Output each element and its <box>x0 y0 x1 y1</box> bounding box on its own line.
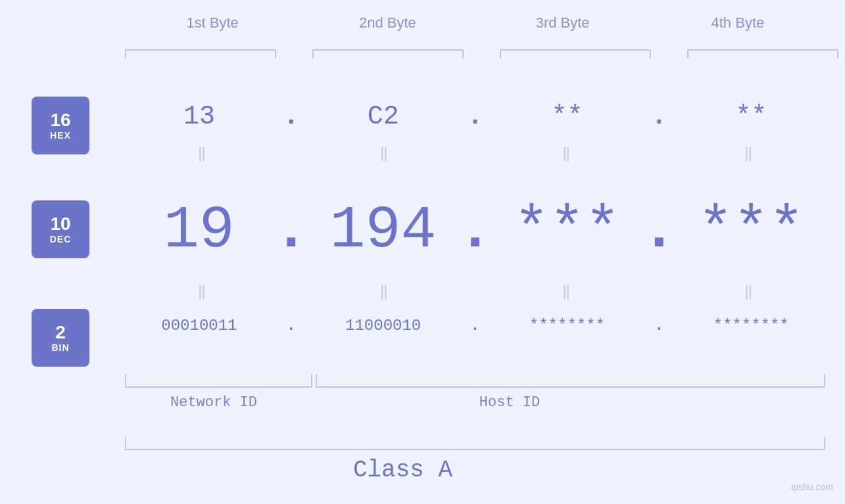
col-header-2: 2nd Byte <box>302 14 473 32</box>
dec-row: 19 . 194 . *** . *** <box>125 197 825 264</box>
top-bracket-byte3 <box>500 49 651 58</box>
main-container: 16 HEX 10 DEC 2 BIN 1st Byte 2nd Byte 3r… <box>0 0 845 504</box>
watermark: ipshu.com <box>791 482 833 492</box>
equals-dec-4: ‖ <box>673 283 824 300</box>
column-headers: 1st Byte 2nd Byte 3rd Byte 4th Byte <box>125 14 825 32</box>
bin-dot3: . <box>641 317 677 334</box>
bin-dot2: . <box>458 317 493 334</box>
bin-byte4: ******** <box>677 317 825 334</box>
outer-bracket <box>125 437 825 450</box>
top-bracket-byte4 <box>687 49 838 58</box>
badge-bin: 2 BIN <box>32 309 89 367</box>
host-id-bracket <box>316 375 825 388</box>
badge-hex-number: 16 <box>50 110 70 131</box>
top-bracket-byte2 <box>312 49 464 58</box>
dec-dot1: . <box>274 197 309 264</box>
dec-byte4: *** <box>677 197 825 264</box>
bin-byte1: 00010011 <box>125 317 274 334</box>
badge-dec: 10 DEC <box>32 200 89 258</box>
badge-hex-label: HEX <box>50 130 71 141</box>
badge-dec-label: DEC <box>50 234 72 244</box>
top-brackets <box>125 49 825 62</box>
dec-dot2: . <box>457 197 493 264</box>
equals-hex-4: ‖ <box>673 145 824 162</box>
equals-hex-3: ‖ <box>491 145 642 162</box>
hex-byte1: 13 <box>125 102 274 131</box>
hex-byte4: ** <box>677 102 825 131</box>
hex-dot2: . <box>458 102 493 131</box>
equals-hex-2: ‖ <box>308 145 460 162</box>
bin-byte3: ******** <box>493 317 642 334</box>
badge-bin-number: 2 <box>55 323 66 343</box>
dec-byte3: *** <box>493 197 642 264</box>
top-bracket-byte1 <box>125 49 276 58</box>
dec-dot3: . <box>641 197 677 264</box>
hex-byte2: C2 <box>309 102 458 131</box>
badge-dec-number: 10 <box>50 214 70 235</box>
equals-row-dec: ‖ ‖ ‖ ‖ <box>125 283 825 300</box>
hex-byte3: ** <box>493 102 642 131</box>
network-id-bracket <box>125 375 312 388</box>
equals-hex-1: ‖ <box>126 145 278 162</box>
class-label: Class A <box>0 457 806 484</box>
host-id-label: Host ID <box>395 394 625 411</box>
equals-dec-3: ‖ <box>491 283 642 300</box>
col-header-1: 1st Byte <box>127 14 298 32</box>
dec-byte2: 194 <box>309 197 458 264</box>
hex-dot1: . <box>274 102 309 131</box>
bin-byte2: 11000010 <box>309 317 458 334</box>
col-header-4: 4th Byte <box>652 14 823 32</box>
dec-byte1: 19 <box>125 197 274 264</box>
equals-dec-1: ‖ <box>126 283 278 300</box>
hex-dot3: . <box>641 102 677 131</box>
badge-bin-label: BIN <box>51 342 69 353</box>
bin-dot1: . <box>274 317 309 334</box>
network-id-label: Network ID <box>141 394 286 411</box>
bin-row: 00010011 . 11000010 . ******** . *******… <box>125 317 825 334</box>
col-header-3: 3rd Byte <box>477 14 648 32</box>
badge-hex: 16 HEX <box>32 97 89 154</box>
equals-dec-2: ‖ <box>308 283 460 300</box>
hex-row: 13 . C2 . ** . ** <box>125 102 825 131</box>
equals-row-hex: ‖ ‖ ‖ ‖ <box>125 145 825 162</box>
